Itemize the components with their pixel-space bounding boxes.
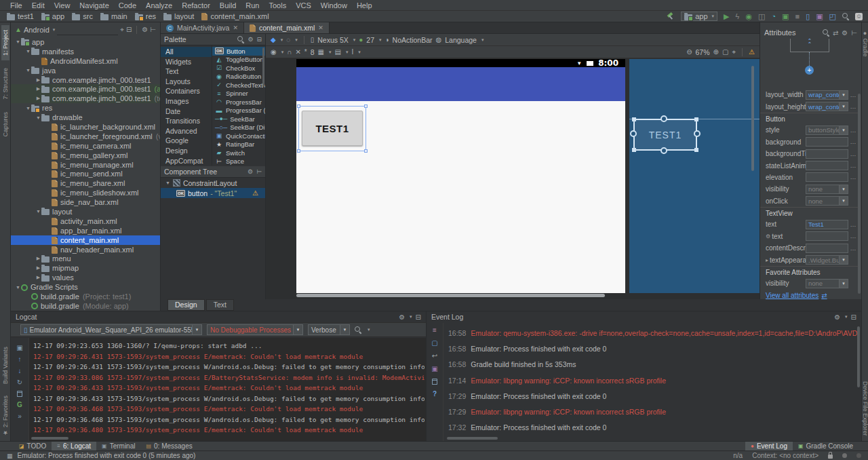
tree-item[interactable]: ▼java — [11, 66, 160, 75]
attribute-input[interactable] — [806, 161, 848, 170]
palette-category-advanced[interactable]: Advanced — [161, 126, 212, 136]
attribute-dropdown[interactable]: .Widget.Button▼ — [806, 255, 848, 265]
tree-item[interactable]: activity_main.xml — [11, 216, 160, 226]
tree-item[interactable]: ic_menu_manage.xml — [11, 160, 160, 170]
more-options-icon[interactable]: … — [848, 127, 858, 134]
tree-expander-icon[interactable]: ▶ — [35, 256, 41, 261]
chevron-down-icon[interactable]: ▼ — [839, 126, 848, 134]
palette-item-checkbox[interactable]: ☑CheckBox — [212, 64, 265, 73]
mode-tab-text[interactable]: Text — [206, 299, 234, 311]
editor-tab-content_main-xml[interactable]: content_main.xml✕ — [244, 22, 330, 33]
blueprint-surface[interactable]: TEST1 — [629, 59, 760, 293]
palette-item-spinner[interactable]: ≡Spinner — [212, 90, 265, 98]
tree-expander-icon[interactable]: ▼ — [15, 285, 21, 290]
tree-item[interactable]: build.gradle(Module: app) — [11, 301, 160, 311]
tree-item[interactable]: ▶mipmap — [11, 263, 160, 273]
event-log-vertical-scrollbar[interactable] — [857, 326, 860, 387]
palette-category-images[interactable]: Images — [161, 96, 212, 107]
grep-console-icon[interactable]: G — [17, 402, 22, 408]
palette-category-appcompat[interactable]: AppCompat — [161, 156, 212, 166]
scroll-up-icon[interactable]: ↑ — [18, 356, 22, 363]
more-options-icon[interactable]: … — [848, 138, 858, 145]
toolwindow-tab-terminal[interactable]: ▣Terminal — [96, 442, 140, 451]
attribute-dropdown[interactable]: buttonStyle▼ — [806, 126, 848, 135]
dock-icon[interactable]: ⊟ — [256, 36, 262, 43]
tree-item[interactable]: ▶com.example.jimch_000.test1(androidTest… — [11, 84, 160, 94]
toolwindow-tab-logcat[interactable]: ≡6: Logcat — [52, 442, 96, 451]
tree-expander-icon[interactable]: ▶ — [35, 96, 41, 101]
search-everywhere-icon[interactable] — [842, 13, 849, 20]
menu-run[interactable]: Run — [241, 0, 264, 11]
attribute-dropdown[interactable]: wrap_content▼ — [806, 90, 848, 100]
palette-category-google[interactable]: Google — [161, 136, 212, 146]
zoom-in-icon[interactable]: ⊕ — [713, 48, 719, 56]
tree-item[interactable]: ▼app — [11, 37, 160, 47]
monitor-icon[interactable]: ▢ — [431, 340, 437, 347]
menu-window[interactable]: Window — [316, 0, 352, 11]
api-level-selector[interactable]: 27 — [366, 36, 374, 44]
soft-wrap-icon[interactable]: ↩ — [432, 353, 437, 360]
toolwindow-toggle-icon[interactable]: ▦ — [7, 453, 13, 459]
palette-item-progress-bar[interactable]: ◠ProgressBar — [212, 98, 265, 107]
chevron-down-icon[interactable]: ▼ — [839, 185, 848, 193]
constraint-widget-box[interactable]: ⌃⌃ — [790, 39, 829, 52]
orientation-icon[interactable]: ◌ — [286, 36, 290, 43]
palette-item-space[interactable]: ⊢Space — [212, 157, 265, 166]
tree-item[interactable]: ▼drawable — [11, 113, 160, 122]
settings-sliders-icon[interactable]: ≡ — [433, 327, 437, 334]
hide-panel-icon[interactable]: ⊢ — [150, 26, 156, 33]
attribute-input[interactable] — [806, 172, 848, 182]
tree-expander-icon[interactable]: ▼ — [35, 209, 41, 214]
search-icon[interactable] — [355, 326, 361, 333]
tree-expander-icon[interactable]: ▼ — [25, 49, 31, 54]
default-margin-selector[interactable]: 8 — [311, 48, 315, 56]
menu-file[interactable]: File — [5, 0, 27, 11]
more-options-icon[interactable]: … — [848, 103, 858, 110]
guideline-icon[interactable]: I — [352, 48, 354, 56]
close-icon[interactable]: ✕ — [318, 24, 323, 31]
frame-icon[interactable]: ▣ — [16, 345, 22, 351]
tree-item[interactable]: nav_header_main.xml — [11, 245, 160, 254]
palette-category-transitions[interactable]: Transitions — [161, 116, 212, 126]
tree-expander-icon[interactable]: ▶ — [35, 86, 41, 92]
debug-icon[interactable]: ◉ — [745, 12, 752, 21]
dock-icon[interactable]: ⊟ — [851, 313, 856, 321]
breadcrumb-item[interactable]: src — [72, 12, 93, 20]
palette-item-checked-text[interactable]: ✓CheckedTextV — [212, 81, 265, 90]
search-icon[interactable] — [823, 29, 829, 36]
language-selector[interactable]: Language — [445, 36, 477, 44]
stripe----structure[interactable]: 7: Structure — [1, 63, 9, 104]
breadcrumb-item[interactable]: main — [100, 12, 127, 20]
theme-selector[interactable]: NoActionBar — [393, 36, 433, 44]
toolwindow-tab-messages[interactable]: ▤0: Messages — [140, 442, 197, 451]
component-tree-item-constraintlayout[interactable]: ▼ConstraintLayout — [161, 178, 265, 188]
menu-refactor[interactable]: Refactor — [177, 0, 215, 11]
lock-icon[interactable] — [828, 455, 833, 459]
stripe-captures[interactable]: Captures — [1, 107, 9, 142]
stripe-build-variants[interactable]: Build Variants — [1, 342, 9, 389]
logcat-output[interactable]: 12-17 09:29:23.653 1360-1360/? I/qemu-pr… — [33, 341, 425, 434]
logcat-level-dropdown[interactable]: Verbose ▼ — [308, 324, 350, 335]
constraint-widget-inspector[interactable]: ⌃⌃ + — [760, 39, 861, 86]
palette-category-all[interactable]: All — [161, 47, 212, 57]
attach-debugger-icon[interactable]: ▣ — [782, 12, 789, 21]
palette-item-toggle-button[interactable]: ◭ToggleButton — [212, 56, 265, 64]
sdk-manager-icon[interactable]: ▣ — [816, 12, 823, 21]
expand-icon[interactable]: ▸ — [766, 257, 768, 263]
chevron-down-icon[interactable]: ▼ — [839, 91, 848, 99]
pack-icon[interactable]: ▦ — [318, 48, 324, 56]
event-log-output[interactable]: 16:58Emulator: qemu-system-i386.exe: -dr… — [448, 325, 857, 434]
gear-icon[interactable]: ⚙ — [142, 26, 148, 33]
attribute-input[interactable]: Test1 — [806, 220, 848, 229]
chevron-down-icon[interactable]: ▼ — [839, 256, 848, 264]
tree-expander-icon[interactable]: ▶ — [35, 275, 41, 280]
menu-analyze[interactable]: Analyze — [141, 0, 177, 11]
tree-expander-icon[interactable]: ▼ — [25, 68, 31, 73]
view-all-attributes-link[interactable]: View all attributes⇄ — [760, 290, 858, 299]
attribute-input[interactable] — [806, 231, 848, 241]
palette-item-seek-bar-discrete[interactable]: ─○─SeekBar (Discr — [212, 123, 265, 132]
warning-icon[interactable]: ⚠ — [252, 189, 258, 197]
palette-item-radio-button[interactable]: ◉RadioButton — [212, 73, 265, 81]
tree-item[interactable]: ▶menu — [11, 254, 160, 263]
tree-expander-icon[interactable]: ▼ — [35, 115, 41, 120]
